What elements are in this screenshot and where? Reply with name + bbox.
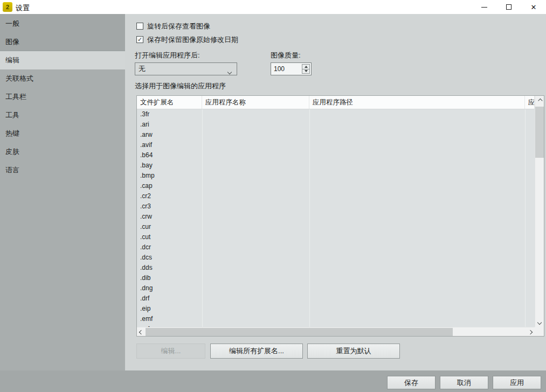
table-row[interactable]: .3fr (137, 109, 535, 120)
table-row[interactable]: .cap (137, 181, 535, 191)
titlebar: 2 设置 ✕ (0, 0, 546, 14)
table-row[interactable]: .dcr (137, 242, 535, 253)
extension-cell: .arw (137, 130, 535, 140)
table-row[interactable]: .avif (137, 140, 535, 150)
extension-cell: .drf (137, 293, 535, 304)
table-row[interactable]: .ari (137, 120, 535, 130)
edit-button[interactable]: 编辑... (136, 344, 205, 359)
table-row[interactable]: .bmp (137, 171, 535, 181)
extension-cell: .avif (137, 140, 535, 150)
table-row[interactable]: .drf (137, 293, 535, 304)
sidebar-item-entry[interactable]: 一般 (0, 15, 125, 33)
reset-default-button[interactable]: 重置为默认 (307, 344, 400, 359)
extension-cell: .cut (137, 232, 535, 242)
quality-input[interactable] (271, 63, 300, 75)
sidebar: 一般图像编辑关联格式工具栏工具热键皮肤语言 (0, 14, 125, 370)
app-list-label: 选择用于图像编辑的应用程序 (135, 81, 226, 91)
scroll-right-button[interactable] (526, 327, 535, 337)
cancel-button[interactable]: 取消 (440, 376, 488, 389)
edit-settings-panel: 旋转后保存查看图像 保存时保留图像原始修改日期 打开编辑应用程序后: 无 图像质… (125, 14, 546, 370)
table-row[interactable]: .dcs (137, 253, 535, 263)
minimize-icon (481, 7, 487, 8)
maximize-button[interactable] (496, 0, 521, 14)
spinner-buttons (302, 64, 310, 74)
save-button[interactable]: 保存 (387, 376, 436, 389)
sidebar-item-selected[interactable]: 编辑 (0, 51, 125, 69)
table-row[interactable]: .eip (137, 304, 535, 314)
rotate-save-checkbox[interactable]: 旋转后保存查看图像 (136, 22, 210, 31)
spin-down-button[interactable] (302, 69, 309, 74)
extension-cell: .cur (137, 222, 535, 232)
sidebar-item-entry[interactable]: 皮肤 (0, 143, 125, 161)
sidebar-item-entry[interactable]: 工具 (0, 106, 125, 124)
extension-cell: .3fr (137, 109, 535, 120)
extension-cell: .cr2 (137, 191, 535, 201)
arrow-up-icon (305, 66, 308, 68)
table-row[interactable]: .cr3 (137, 201, 535, 212)
close-icon: ✕ (531, 4, 537, 11)
arrow-down-icon (305, 70, 308, 72)
chevron-down-icon (537, 320, 542, 324)
extension-cell: .ari (137, 120, 535, 130)
column-header[interactable]: 文件扩展名 (137, 96, 202, 109)
table-row[interactable]: .dds (137, 263, 535, 273)
extension-cell: .dng (137, 283, 535, 293)
extension-cell: .emf (137, 314, 535, 324)
horizontal-scrollbar[interactable] (137, 327, 535, 336)
window-title: 设置 (16, 3, 30, 13)
footer-bar: 保存 取消 应用 (0, 370, 546, 392)
keep-date-checkbox[interactable]: 保存时保留图像原始修改日期 (136, 35, 238, 44)
horizontal-scroll-thumb[interactable] (146, 328, 453, 336)
extension-cell: .dds (137, 263, 535, 273)
sidebar-item-entry[interactable]: 工具栏 (0, 88, 125, 106)
checkbox-icon (136, 36, 143, 43)
close-button[interactable]: ✕ (521, 0, 546, 14)
extension-cell: .cr3 (137, 201, 535, 212)
sidebar-item-entry[interactable]: 语言 (0, 161, 125, 179)
scrollbar-corner (535, 327, 544, 336)
column-header[interactable]: 应用程序名称 (202, 96, 309, 109)
scroll-left-button[interactable] (137, 327, 146, 337)
chevron-up-icon (538, 98, 542, 102)
table-row[interactable]: .cr2 (137, 191, 535, 201)
table-row[interactable]: .dib (137, 273, 535, 283)
extension-cell: .bmp (137, 171, 535, 181)
checkbox-label: 旋转后保存查看图像 (147, 22, 210, 31)
extension-cell: .bay (137, 160, 535, 171)
extension-cell: .b64 (137, 150, 535, 160)
chevron-down-icon (228, 67, 231, 75)
sidebar-item-entry[interactable]: 关联格式 (0, 69, 125, 88)
settings-dialog: 2 设置 ✕ 一般图像编辑关联格式工具栏工具热键皮肤语言 旋转后保存查看图像 保… (0, 0, 546, 392)
table-row[interactable]: .b64 (137, 150, 535, 160)
apply-button[interactable]: 应用 (493, 376, 541, 389)
table-row[interactable]: .arw (137, 130, 535, 140)
open-after-dropdown[interactable]: 无 (135, 62, 237, 75)
edit-all-extensions-button[interactable]: 编辑所有扩展名... (210, 344, 303, 359)
table-row[interactable]: .cut (137, 232, 535, 242)
vertical-scrollbar[interactable] (535, 96, 544, 327)
open-after-label: 打开编辑应用程序后: (135, 51, 200, 60)
table-header: 文件扩展名应用程序名称应用程序路径应 (137, 96, 535, 109)
minimize-button[interactable] (472, 0, 496, 14)
table-row[interactable]: .cur (137, 222, 535, 232)
sidebar-item-entry[interactable]: 图像 (0, 33, 125, 51)
scroll-down-button[interactable] (535, 318, 544, 327)
scroll-up-button[interactable] (535, 96, 544, 105)
dropdown-value: 无 (139, 64, 146, 74)
window-controls: ✕ (472, 0, 546, 14)
table-row[interactable]: .dng (137, 283, 535, 293)
sidebar-item-entry[interactable]: 热键 (0, 124, 125, 143)
chevron-left-icon (139, 330, 143, 334)
extension-cell: .dib (137, 273, 535, 283)
column-header[interactable]: 应用程序路径 (309, 96, 525, 109)
sidebar-items: 一般图像编辑关联格式工具栏工具热键皮肤语言 (0, 15, 125, 179)
checkbox-label: 保存时保留图像原始修改日期 (147, 35, 238, 45)
vertical-scroll-thumb[interactable] (535, 107, 544, 158)
spin-up-button[interactable] (302, 65, 309, 69)
maximize-icon (506, 4, 512, 10)
table-row[interactable]: .bay (137, 160, 535, 171)
table-row[interactable]: .emf (137, 314, 535, 324)
column-header[interactable]: 应 (525, 96, 535, 109)
table-row[interactable]: .crw (137, 212, 535, 222)
quality-label: 图像质量: (271, 51, 301, 60)
